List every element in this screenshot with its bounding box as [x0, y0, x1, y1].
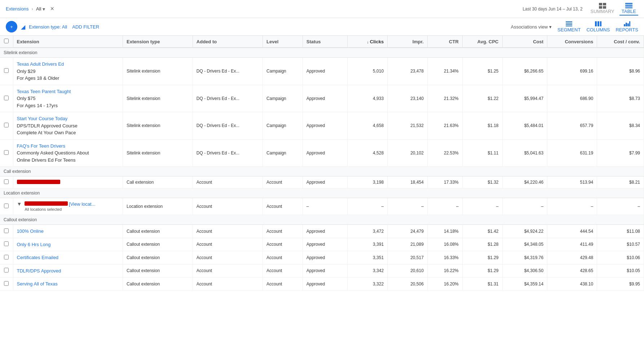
- row-extension-cell: Texas Adult Drivers EdOnly $29For Ages 1…: [13, 58, 123, 85]
- extension-name: Certificates Emailed: [17, 254, 119, 261]
- row-checkbox[interactable]: [4, 268, 9, 272]
- extensions-table: Extension Extension type Added to Level …: [0, 36, 644, 291]
- row-checkbox-cell: [0, 225, 13, 238]
- breadcrumb-sep: ›: [32, 6, 33, 12]
- row-checkbox[interactable]: [4, 96, 9, 100]
- row-cost: $4,306.50: [502, 264, 547, 278]
- summary-view-btn[interactable]: SUMMARY: [588, 2, 617, 16]
- row-extension-cell: 100% Online: [13, 225, 123, 238]
- row-ctr: 14.18%: [427, 225, 462, 238]
- row-checkbox[interactable]: [4, 150, 9, 155]
- all-dropdown[interactable]: All ▾: [36, 6, 45, 12]
- row-checkbox[interactable]: [4, 179, 9, 184]
- row-checkbox[interactable]: [4, 255, 9, 259]
- row-avg-cpc: $1.32: [462, 176, 502, 188]
- col-header-impr[interactable]: Impr.: [388, 36, 428, 48]
- row-avg-cpc: $1.29: [462, 251, 502, 265]
- row-ext-type: Sitelink extension: [123, 139, 193, 167]
- col-header-cost-conv[interactable]: Cost / conv.: [597, 36, 644, 48]
- associations-view-dropdown[interactable]: Associations view ▾: [511, 24, 552, 30]
- row-extension-cell: Serving All of Texas: [13, 278, 123, 291]
- row-extension-cell: Start Your Course TodayDPS/TDLR Approved…: [13, 112, 123, 140]
- row-checkbox[interactable]: [4, 204, 9, 208]
- row-ctr: –: [427, 198, 462, 215]
- row-ctr: 17.33%: [427, 176, 462, 188]
- extension-name: FAQ's For Teen DriversCommonly Asked Que…: [17, 143, 119, 164]
- col-header-status[interactable]: Status: [303, 36, 348, 48]
- row-checkbox[interactable]: [4, 68, 9, 73]
- col-header-ext-type[interactable]: Extension type: [123, 36, 193, 48]
- table-row: Serving All of TexasCallout extensionAcc…: [0, 278, 644, 291]
- all-label: All: [36, 6, 41, 12]
- row-extension-cell: ▼ [View locat... All locations selected: [13, 198, 123, 215]
- add-button[interactable]: +: [6, 21, 17, 32]
- view-location-link[interactable]: [View locat...: [69, 201, 95, 207]
- row-impr: 21,532: [388, 112, 428, 140]
- extension-link[interactable]: Texas Adult Drivers Ed: [17, 61, 64, 67]
- extension-name: 100% Online: [17, 228, 119, 235]
- extension-name: Texas Teen Parent TaughtOnly $75For Ages…: [17, 88, 119, 109]
- table-row: FAQ's For Teen DriversCommonly Asked Que…: [0, 139, 644, 167]
- row-cost-conv: $11.08: [597, 225, 644, 238]
- col-header-extension[interactable]: Extension: [13, 36, 123, 48]
- col-header-conv[interactable]: Conversions: [547, 36, 597, 48]
- col-header-clicks[interactable]: ↓Clicks: [348, 36, 388, 48]
- row-checkbox[interactable]: [4, 241, 9, 246]
- row-checkbox[interactable]: [4, 281, 9, 286]
- col-header-ctr[interactable]: CTR: [427, 36, 462, 48]
- row-ext-type: Callout extension: [123, 238, 193, 251]
- redacted-phone: [17, 180, 60, 184]
- select-all-checkbox[interactable]: [4, 39, 9, 43]
- extension-link[interactable]: Certificates Emailed: [17, 255, 59, 260]
- row-avg-cpc: $1.28: [462, 238, 502, 251]
- row-status: Approved: [303, 225, 348, 238]
- row-checkbox-cell: [0, 264, 13, 278]
- row-status: Approved: [303, 85, 348, 112]
- extension-link[interactable]: Texas Teen Parent Taught: [17, 89, 71, 94]
- columns-button[interactable]: COLUMNS: [586, 21, 610, 32]
- expand-icon[interactable]: ▼: [17, 201, 22, 207]
- filter-left: + ◢ Extension type: All ADD FILTER: [6, 21, 99, 32]
- extension-link[interactable]: Serving All of Texas: [17, 281, 58, 287]
- row-ctr: 16.22%: [427, 264, 462, 278]
- table-header-row: Extension Extension type Added to Level …: [0, 36, 644, 48]
- extension-link[interactable]: FAQ's For Teen Drivers: [17, 143, 65, 149]
- breadcrumb-extensions[interactable]: Extensions: [6, 6, 29, 12]
- row-ext-type: Callout extension: [123, 225, 193, 238]
- reports-button[interactable]: REPORTS: [616, 21, 638, 32]
- row-extension-cell: TDLR/DPS Approved: [13, 264, 123, 278]
- col-header-added-to[interactable]: Added to: [193, 36, 263, 48]
- section-header-cell: Call extension: [0, 167, 644, 176]
- extension-link[interactable]: Only 6 Hrs Long: [17, 242, 51, 247]
- add-filter-button[interactable]: ADD FILTER: [72, 24, 99, 30]
- row-impr: –: [388, 198, 428, 215]
- row-ctr: 22.53%: [427, 139, 462, 167]
- row-added-to: DQ - Drivers Ed - Ex...: [193, 112, 263, 140]
- add-icon: +: [10, 25, 13, 29]
- row-conversions: 411.49: [547, 238, 597, 251]
- col-header-level[interactable]: Level: [263, 36, 303, 48]
- table-row: Only 6 Hrs LongCallout extensionAccountA…: [0, 238, 644, 251]
- filter-type-tag[interactable]: Extension type: All: [29, 24, 67, 30]
- row-clicks: 3,472: [348, 225, 388, 238]
- row-status: Approved: [303, 238, 348, 251]
- table-view-btn[interactable]: TABLE: [619, 2, 638, 16]
- section-header-row: Sitelink extension: [0, 48, 644, 58]
- row-conversions: 657.79: [547, 112, 597, 140]
- col-header-cost-conv-label: Cost / conv.: [614, 39, 640, 44]
- extension-link[interactable]: Start Your Course Today: [17, 116, 68, 121]
- row-checkbox[interactable]: [4, 123, 9, 127]
- col-header-cost[interactable]: Cost: [502, 36, 547, 48]
- row-checkbox[interactable]: [4, 228, 9, 233]
- row-cost-conv: $8.21: [597, 176, 644, 188]
- close-button[interactable]: ×: [48, 4, 56, 13]
- top-bar-right: Last 30 days Jun 14 – Jul 13, 2 SUMMARY: [522, 2, 638, 16]
- extension-link[interactable]: TDLR/DPS Approved: [17, 268, 61, 274]
- segment-button[interactable]: SEGMENT: [557, 21, 581, 32]
- row-added-to: Account: [193, 264, 263, 278]
- extension-link[interactable]: 100% Online: [17, 228, 44, 234]
- col-header-cpc[interactable]: Avg. CPC: [462, 36, 502, 48]
- row-status: Approved: [303, 176, 348, 188]
- row-impr: 20,517: [388, 251, 428, 265]
- row-ctr: 21.32%: [427, 85, 462, 112]
